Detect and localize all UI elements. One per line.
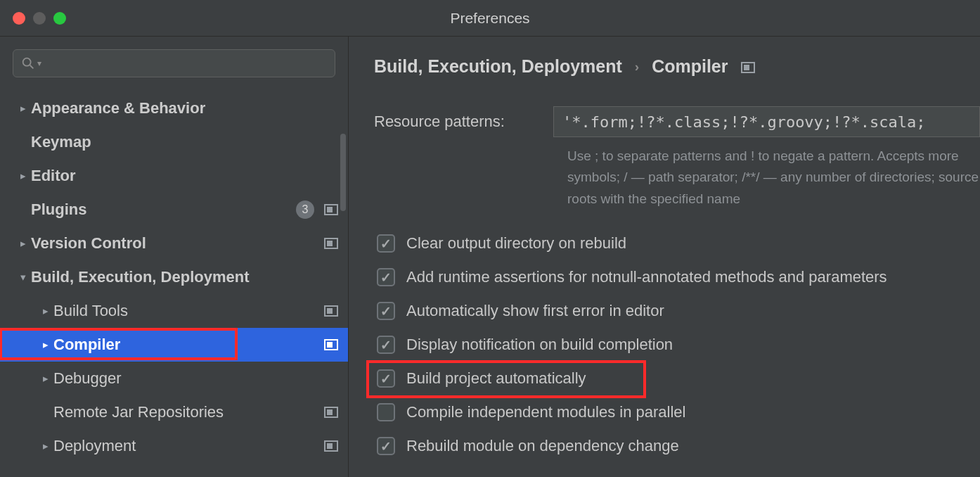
breadcrumb-parent[interactable]: Build, Execution, Deployment bbox=[374, 56, 622, 77]
project-level-icon bbox=[324, 204, 338, 215]
compiler-options: Clear output directory on rebuildAdd run… bbox=[374, 227, 980, 463]
search-icon bbox=[20, 56, 36, 71]
checkbox[interactable] bbox=[377, 234, 395, 253]
svg-point-0 bbox=[23, 58, 31, 66]
checkbox[interactable] bbox=[377, 336, 395, 354]
option-build-project-automatically[interactable]: Build project automatically bbox=[374, 362, 980, 395]
sidebar-item-build-tools[interactable]: ▸Build Tools bbox=[0, 294, 348, 328]
chevron-right-icon: ▸ bbox=[15, 102, 31, 115]
sidebar-item-label: Debugger bbox=[53, 369, 338, 388]
resource-patterns-label: Resource patterns: bbox=[374, 113, 553, 131]
project-level-icon bbox=[324, 238, 338, 249]
breadcrumb-current: Compiler bbox=[652, 56, 728, 77]
chevron-right-icon: ▸ bbox=[38, 440, 53, 452]
sidebar-item-appearance-behavior[interactable]: ▸Appearance & Behavior bbox=[0, 91, 348, 125]
minimize-window-button[interactable] bbox=[33, 12, 46, 25]
sidebar-item-deployment[interactable]: ▸Deployment bbox=[0, 429, 348, 463]
chevron-down-icon: ▾ bbox=[37, 58, 41, 68]
option-label: Clear output directory on rebuild bbox=[406, 234, 626, 253]
sidebar-item-debugger[interactable]: ▸Debugger bbox=[0, 362, 348, 395]
checkbox[interactable] bbox=[377, 437, 395, 455]
sidebar-item-build-execution-deployment[interactable]: ▾Build, Execution, Deployment bbox=[0, 260, 348, 294]
main-panel: Build, Execution, Deployment › Compiler … bbox=[349, 37, 980, 477]
project-level-icon bbox=[324, 407, 338, 418]
project-level-icon bbox=[324, 339, 338, 350]
chevron-down-icon: ▾ bbox=[15, 271, 31, 284]
option-add-runtime-assertions-for-notnull-annot[interactable]: Add runtime assertions for notnull-annot… bbox=[374, 260, 980, 294]
sidebar-item-label: Plugins bbox=[31, 201, 296, 219]
sidebar-item-label: Appearance & Behavior bbox=[31, 99, 338, 117]
sidebar-item-label: Version Control bbox=[31, 234, 324, 253]
sidebar-item-label: Remote Jar Repositories bbox=[53, 403, 324, 421]
option-compile-independent-modules-in-parallel[interactable]: Compile independent modules in parallel bbox=[374, 395, 980, 429]
option-label: Build project automatically bbox=[406, 369, 586, 388]
settings-tree: ▸Appearance & BehaviorKeymap▸EditorPlugi… bbox=[0, 91, 348, 463]
sidebar-item-label: Editor bbox=[31, 167, 338, 185]
project-level-icon bbox=[741, 62, 755, 73]
sidebar-item-version-control[interactable]: ▸Version Control bbox=[0, 227, 348, 260]
option-automatically-show-first-error-in-editor[interactable]: Automatically show first error in editor bbox=[374, 294, 980, 328]
checkbox[interactable] bbox=[377, 403, 395, 421]
sidebar-item-editor[interactable]: ▸Editor bbox=[0, 159, 348, 193]
breadcrumb: Build, Execution, Deployment › Compiler bbox=[374, 56, 980, 77]
maximize-window-button[interactable] bbox=[53, 12, 66, 25]
sidebar-item-label: Keymap bbox=[31, 133, 338, 151]
sidebar-item-label: Compiler bbox=[53, 336, 324, 354]
sidebar-item-label: Build Tools bbox=[53, 302, 324, 320]
option-label: Rebuild module on dependency change bbox=[406, 437, 679, 455]
window-title: Preferences bbox=[450, 10, 529, 27]
main-container: ▾ ▸Appearance & BehaviorKeymap▸EditorPlu… bbox=[0, 37, 980, 477]
sidebar-item-label: Build, Execution, Deployment bbox=[31, 268, 338, 286]
project-level-icon bbox=[324, 305, 338, 317]
sidebar-item-remote-jar-repositories[interactable]: Remote Jar Repositories bbox=[0, 395, 348, 429]
traffic-lights bbox=[0, 12, 66, 25]
chevron-right-icon: ▸ bbox=[15, 237, 31, 250]
checkbox[interactable] bbox=[377, 302, 395, 320]
chevron-right-icon: ▸ bbox=[15, 170, 31, 182]
sidebar-item-plugins[interactable]: Plugins3 bbox=[0, 193, 348, 227]
close-window-button[interactable] bbox=[13, 12, 25, 25]
option-label: Add runtime assertions for notnull-annot… bbox=[406, 268, 887, 286]
titlebar: Preferences bbox=[0, 0, 980, 37]
chevron-right-icon: ▸ bbox=[38, 372, 53, 385]
svg-line-1 bbox=[30, 65, 34, 69]
option-label: Compile independent modules in parallel bbox=[406, 403, 685, 421]
resource-patterns-row: Resource patterns: bbox=[374, 106, 980, 137]
chevron-right-icon: ▸ bbox=[38, 305, 53, 317]
breadcrumb-separator: › bbox=[635, 59, 639, 75]
option-display-notification-on-build-completion[interactable]: Display notification on build completion bbox=[374, 328, 980, 362]
chevron-right-icon: ▸ bbox=[38, 338, 53, 351]
sidebar-item-keymap[interactable]: Keymap bbox=[0, 125, 348, 159]
option-label: Automatically show first error in editor bbox=[406, 302, 664, 320]
option-clear-output-directory-on-rebuild[interactable]: Clear output directory on rebuild bbox=[374, 227, 980, 260]
option-label: Display notification on build completion bbox=[406, 336, 673, 354]
option-rebuild-module-on-dependency-change[interactable]: Rebuild module on dependency change bbox=[374, 429, 980, 463]
resource-patterns-input[interactable] bbox=[553, 106, 980, 137]
sidebar-item-compiler[interactable]: ▸Compiler bbox=[0, 328, 348, 362]
search-input[interactable]: ▾ bbox=[13, 49, 335, 77]
scrollbar[interactable] bbox=[340, 134, 346, 211]
resource-patterns-hint: Use ; to separate patterns and ! to nega… bbox=[567, 146, 980, 210]
sidebar: ▾ ▸Appearance & BehaviorKeymap▸EditorPlu… bbox=[0, 37, 349, 477]
checkbox[interactable] bbox=[377, 268, 395, 286]
sidebar-item-label: Deployment bbox=[53, 437, 324, 455]
checkbox[interactable] bbox=[377, 369, 395, 388]
badge: 3 bbox=[296, 201, 314, 219]
project-level-icon bbox=[324, 440, 338, 452]
